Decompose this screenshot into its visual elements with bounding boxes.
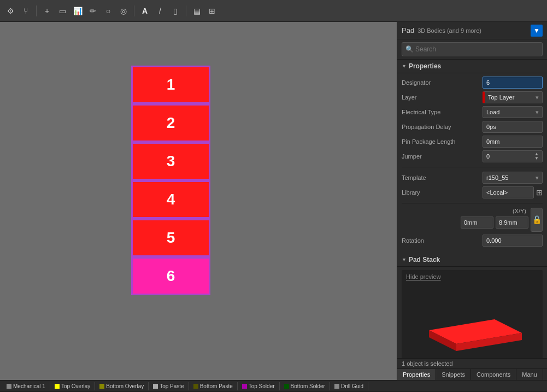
electrical-type-value: Load	[486, 109, 499, 115]
pad-1[interactable]: 1	[131, 66, 210, 104]
pad-3[interactable]: 3	[131, 142, 210, 180]
xy-values-row: 0mm 8.9mm	[461, 217, 528, 229]
designator-row: Designator 6	[402, 77, 543, 89]
pin-package-length-value[interactable]: 0mm	[483, 136, 543, 148]
pad-6[interactable]: 6	[131, 257, 210, 295]
search-wrap: 🔍	[402, 42, 543, 56]
properties-section-header[interactable]: ▼ Properties	[397, 60, 547, 73]
pad-2[interactable]: 2	[131, 104, 210, 142]
main-area: 1 2 3 4 5 6 Pad 3D Bodies (and 9 more) ▼…	[0, 22, 547, 380]
divider-2	[402, 203, 543, 203]
pads-container: 1 2 3 4 5 6	[131, 66, 210, 295]
layer-dropdown[interactable]: Top Layer	[483, 91, 543, 103]
panel-subtitle: 3D Bodies (and 9 more)	[417, 27, 481, 34]
library-row: Library <Local> ⊞	[402, 186, 543, 198]
layer-tab-bottom-overlay[interactable]: Bottom Overlay	[95, 382, 149, 390]
canvas[interactable]: 1 2 3 4 5 6	[0, 22, 397, 380]
layer-dot-top-solder	[242, 384, 247, 389]
y-input[interactable]: 8.9mm	[496, 217, 528, 229]
library-link-icon[interactable]: ⊞	[536, 188, 543, 197]
jumper-down-arrow[interactable]: ▼	[534, 156, 539, 161]
electrical-type-dropdown[interactable]: Load	[483, 106, 543, 118]
layer-tab-bottom-solder[interactable]: Bottom Solder	[280, 382, 330, 390]
pad-stack-section-header[interactable]: ▼ Pad Stack	[397, 253, 547, 267]
pencil-icon[interactable]: ✏	[87, 5, 99, 17]
pin-package-length-label: Pin Package Length	[402, 138, 455, 145]
right-panel: Pad 3D Bodies (and 9 more) ▼ 🔍 ▼ Propert…	[397, 22, 547, 380]
propagation-delay-value[interactable]: 0ps	[483, 121, 543, 133]
divider-1	[402, 167, 543, 167]
x-input[interactable]: 0mm	[461, 217, 493, 229]
search-icon: 🔍	[405, 45, 414, 53]
pad-4[interactable]: 4	[131, 180, 210, 219]
propagation-delay-label: Propagation Delay	[402, 124, 451, 130]
rotation-row: Rotation 0.000	[402, 235, 543, 247]
layer-label-bottom-solder: Bottom Solder	[291, 383, 325, 389]
toolbar-sep-2	[134, 5, 134, 16]
pad-5[interactable]: 5	[131, 219, 210, 257]
layer-row: Layer Top Layer	[402, 91, 543, 103]
library-label: Library	[402, 189, 420, 196]
xy-lock-button[interactable]: 🔓	[531, 208, 543, 232]
rect-select-icon[interactable]: ▭	[56, 5, 68, 17]
xy-inputs: (X/Y) 0mm 8.9mm	[461, 208, 528, 229]
panel-header: Pad 3D Bodies (and 9 more) ▼	[397, 22, 547, 39]
template-dropdown[interactable]: r150_55	[483, 172, 543, 184]
rect-outline-icon[interactable]: ▯	[169, 5, 181, 17]
hide-preview-button[interactable]: Hide preview	[406, 273, 441, 280]
layer-label-top-overlay: Top Overlay	[61, 383, 90, 389]
xy-label: (X/Y)	[513, 208, 526, 214]
panel-header-left: Pad 3D Bodies (and 9 more)	[402, 26, 481, 34]
panel-scroll[interactable]: ▼ Properties Designator 6 Layer Top Laye…	[397, 60, 547, 358]
layer-tab-mechanical[interactable]: Mechanical 1	[2, 382, 50, 390]
designator-value[interactable]: 6	[483, 77, 543, 89]
panel-title: Pad	[402, 26, 414, 34]
layer-label-mechanical: Mechanical 1	[13, 383, 45, 389]
layer-label-bottom-overlay: Bottom Overlay	[106, 383, 144, 389]
xy-label-row: (X/Y)	[461, 208, 528, 214]
layer-dot-drill-guide	[334, 384, 339, 389]
circle-icon[interactable]: ○	[102, 5, 114, 17]
toolbar: ⚙ ⑂ + ▭ 📊 ✏ ○ ◎ A / ▯ ▤ ⊞	[0, 0, 547, 22]
search-input[interactable]	[402, 42, 543, 56]
line-icon[interactable]: /	[154, 5, 166, 17]
pin-package-length-row: Pin Package Length 0mm	[402, 136, 543, 148]
template-label: Template	[402, 174, 426, 181]
tab-snippets[interactable]: Snippets	[436, 369, 471, 380]
plus-icon[interactable]: +	[41, 5, 53, 17]
pad-preview: Hide preview	[402, 270, 543, 358]
layer-value: Top Layer	[488, 94, 514, 101]
pad-stack-label: Pad Stack	[409, 256, 440, 264]
pad-stack-triangle: ▼	[402, 257, 407, 262]
layer-label-top-paste: Top Paste	[160, 383, 184, 389]
template-value: r150_55	[486, 174, 508, 181]
rotation-label: Rotation	[402, 237, 424, 244]
filter-icon[interactable]: ⚙	[4, 5, 16, 17]
rotation-value[interactable]: 0.000	[483, 235, 543, 247]
branch-icon[interactable]: ⑂	[20, 5, 32, 17]
text-icon[interactable]: A	[139, 5, 151, 17]
layer-tab-top-solder[interactable]: Top Solder	[238, 382, 280, 390]
layer-tab-top-overlay[interactable]: Top Overlay	[50, 382, 95, 390]
layer-tab-bottom-paste[interactable]: Bottom Paste	[189, 382, 238, 390]
panel-filter-button[interactable]: ▼	[531, 25, 543, 37]
designator-label: Designator	[402, 79, 431, 86]
template-row: Template r150_55	[402, 172, 543, 184]
tab-manu[interactable]: Manu	[516, 369, 543, 380]
electrical-type-row: Electrical Type Load	[402, 106, 543, 118]
target-icon[interactable]: ◎	[117, 5, 130, 17]
layer-tab-drill-guide[interactable]: Drill Guid	[330, 382, 368, 390]
chart-icon[interactable]: 📊	[72, 5, 84, 17]
bar-chart-icon[interactable]: ▤	[191, 5, 203, 17]
tab-properties[interactable]: Properties	[397, 369, 436, 380]
layer-label-bottom-paste: Bottom Paste	[200, 383, 233, 389]
layer-tab-top-paste[interactable]: Top Paste	[149, 382, 189, 390]
electrical-type-label: Electrical Type	[402, 109, 440, 115]
tab-components[interactable]: Components	[471, 369, 516, 380]
grid-icon[interactable]: ⊞	[206, 5, 218, 17]
search-box: 🔍	[397, 39, 547, 60]
toolbar-sep-1	[36, 5, 37, 16]
layer-label: Layer	[402, 94, 417, 101]
layer-label-drill-guide: Drill Guid	[341, 383, 363, 389]
properties-section-label: Properties	[409, 62, 441, 70]
